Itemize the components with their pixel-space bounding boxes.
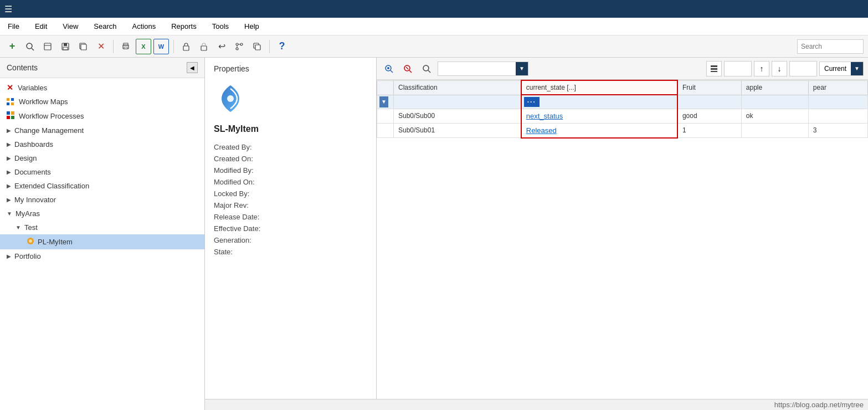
menu-reports[interactable]: Reports bbox=[168, 20, 200, 33]
save-button[interactable] bbox=[58, 39, 73, 54]
print-button[interactable] bbox=[118, 39, 133, 54]
simple-search-input[interactable]: Simple Search bbox=[438, 62, 516, 75]
svg-rect-24 bbox=[11, 116, 14, 119]
menu-file[interactable]: File bbox=[4, 20, 23, 33]
branch-button[interactable] bbox=[232, 39, 247, 54]
th-empty bbox=[377, 80, 394, 95]
th-pear[interactable]: pear bbox=[808, 80, 867, 95]
field-state: State: bbox=[214, 248, 367, 256]
field-label-state: State: bbox=[214, 248, 269, 256]
svg-line-35 bbox=[428, 70, 430, 73]
filter-cell-fruit[interactable] bbox=[677, 95, 741, 109]
current-view-arrow[interactable]: ▼ bbox=[851, 62, 863, 75]
filter-arrow-icon[interactable]: ▼ bbox=[379, 96, 388, 107]
th-apple[interactable]: apple bbox=[741, 80, 808, 95]
grid-view-list-btn[interactable] bbox=[706, 61, 722, 76]
main-layout: Contents ◀ ✕ Variables Workflow Maps bbox=[0, 58, 868, 410]
grid-sort-asc-btn[interactable]: ↑ bbox=[754, 61, 769, 76]
field-label-generation: Generation: bbox=[214, 236, 269, 244]
sidebar-collapse-button[interactable]: ◀ bbox=[187, 62, 198, 73]
unlock-button[interactable] bbox=[196, 39, 212, 54]
svg-rect-12 bbox=[183, 46, 189, 50]
toolbar-search-input[interactable] bbox=[797, 39, 864, 54]
sidebar-group-extended-classification[interactable]: ▶ Extended Classification bbox=[0, 179, 204, 193]
sidebar-item-pl-myitem[interactable]: PL-MyItem bbox=[0, 234, 204, 249]
sidebar-group-label-my-innovator: My Innovator bbox=[14, 196, 56, 204]
myaras-arrow: ▼ bbox=[7, 211, 12, 217]
sidebar-item-label-variables: Variables bbox=[18, 84, 47, 92]
svg-rect-8 bbox=[81, 44, 86, 50]
filter-cell-pear[interactable] bbox=[808, 95, 867, 109]
row1-apple: ok bbox=[741, 109, 808, 123]
table-row: Sub0/Sub00 next_status good ok bbox=[377, 109, 868, 123]
excel-button[interactable]: X bbox=[136, 39, 151, 54]
menu-help[interactable]: Help bbox=[241, 20, 263, 33]
word-button[interactable]: W bbox=[153, 39, 169, 54]
copy-button[interactable] bbox=[249, 39, 265, 54]
field-modified-on: Modified On: bbox=[214, 178, 367, 186]
lock-button[interactable] bbox=[178, 39, 194, 54]
sidebar-group-portfolio[interactable]: ▶ Portfolio bbox=[0, 249, 204, 263]
grid-search-icon-3[interactable] bbox=[419, 61, 434, 76]
grid-search-icon-2[interactable] bbox=[400, 61, 415, 76]
filter-cell-classification[interactable] bbox=[394, 95, 521, 109]
field-generation: Generation: bbox=[214, 236, 367, 244]
pl-myitem-icon bbox=[27, 237, 34, 247]
menu-view[interactable]: View bbox=[59, 20, 81, 33]
grid-search-icon-1[interactable] bbox=[381, 61, 397, 76]
row2-apple bbox=[741, 123, 808, 138]
filter-ellipsis-button[interactable]: ··· bbox=[524, 97, 540, 107]
sidebar-group-change-management[interactable]: ▶ Change Management bbox=[0, 124, 204, 137]
field-created-by: Created By: bbox=[214, 143, 367, 151]
help-button[interactable]: ? bbox=[274, 39, 290, 54]
grid-view-blank1[interactable] bbox=[724, 61, 752, 76]
grid-sort-desc-btn[interactable]: ↓ bbox=[772, 61, 787, 76]
sidebar-group-myaras[interactable]: ▼ MyAras bbox=[0, 207, 204, 221]
row2-current-state[interactable]: Released bbox=[521, 123, 677, 138]
row1-current-state[interactable]: next_status bbox=[521, 109, 677, 123]
new-button[interactable]: + bbox=[4, 39, 20, 54]
menu-tools[interactable]: Tools bbox=[209, 20, 232, 33]
filter-cell-apple[interactable] bbox=[741, 95, 808, 109]
design-arrow: ▶ bbox=[7, 155, 11, 161]
sidebar-item-workflow-maps[interactable]: Workflow Maps bbox=[0, 95, 204, 109]
search-button[interactable] bbox=[22, 39, 38, 54]
svg-rect-22 bbox=[11, 111, 14, 115]
field-label-modified-on: Modified On: bbox=[214, 178, 269, 186]
filter-cell-arrow[interactable]: ▼ bbox=[377, 95, 394, 109]
save-copy-button[interactable] bbox=[75, 39, 91, 54]
hamburger-icon[interactable]: ☰ bbox=[4, 4, 12, 14]
filter-cell-current-state[interactable]: ··· bbox=[521, 95, 677, 109]
menu-actions[interactable]: Actions bbox=[129, 20, 160, 33]
grid-view-blank2[interactable] bbox=[789, 61, 817, 76]
menu-edit[interactable]: Edit bbox=[32, 20, 50, 33]
sidebar-group-label-portfolio: Portfolio bbox=[14, 252, 41, 260]
sidebar-item-workflow-processes[interactable]: Workflow Processes bbox=[0, 109, 204, 124]
sidebar-group-dashboards[interactable]: ▶ Dashboards bbox=[0, 137, 204, 151]
delete-button[interactable]: ✕ bbox=[93, 39, 109, 54]
th-classification[interactable]: Classification bbox=[394, 80, 521, 95]
th-current-state[interactable]: current_state [...] bbox=[521, 80, 677, 95]
sidebar-item-variables[interactable]: ✕ Variables bbox=[0, 80, 204, 95]
svg-rect-20 bbox=[255, 45, 260, 50]
edit-button[interactable] bbox=[40, 39, 55, 54]
menu-bar: File Edit View Search Actions Reports To… bbox=[0, 18, 868, 35]
sidebar-group-design[interactable]: ▶ Design bbox=[0, 151, 204, 165]
undo-button[interactable]: ↩ bbox=[214, 39, 229, 54]
sidebar-group-my-innovator[interactable]: ▶ My Innovator bbox=[0, 193, 204, 207]
svg-point-34 bbox=[423, 65, 429, 71]
menu-search[interactable]: Search bbox=[90, 20, 120, 33]
dashboards-arrow: ▶ bbox=[7, 141, 11, 147]
svg-point-30 bbox=[387, 67, 389, 69]
row1-current-state-link[interactable]: next_status bbox=[526, 112, 563, 120]
th-fruit[interactable]: Fruit bbox=[677, 80, 741, 95]
separator-3 bbox=[269, 40, 270, 53]
row2-current-state-link[interactable]: Released bbox=[526, 126, 557, 135]
search-dropdown-arrow[interactable]: ▼ bbox=[516, 62, 528, 75]
sidebar-group-documents[interactable]: ▶ Documents bbox=[0, 165, 204, 179]
sidebar-subgroup-test[interactable]: ▼ Test bbox=[0, 221, 204, 234]
sidebar: Contents ◀ ✕ Variables Workflow Maps bbox=[0, 58, 205, 410]
svg-line-1 bbox=[32, 48, 34, 50]
sidebar-group-label-dashboards: Dashboards bbox=[14, 140, 53, 148]
simple-search-dropdown: Simple Search ▼ bbox=[438, 62, 528, 76]
